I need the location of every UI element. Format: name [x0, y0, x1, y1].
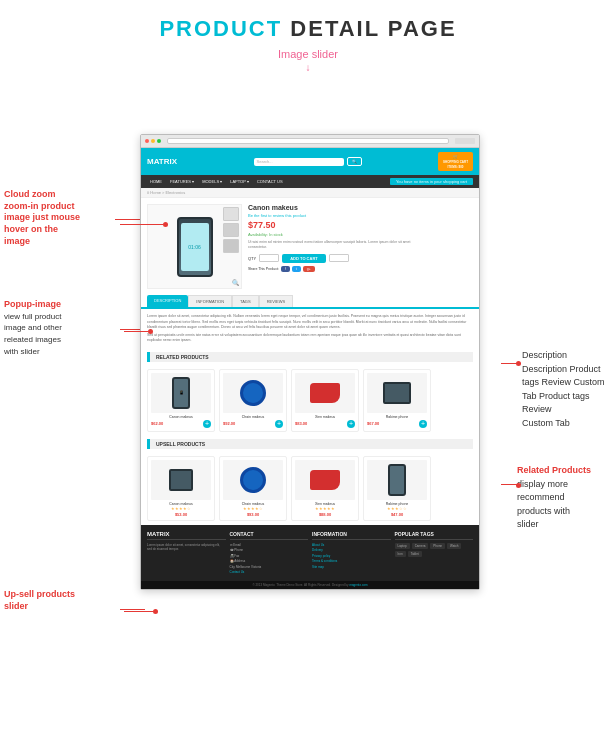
related-products-title: RELATED PRODUCTS: [147, 352, 473, 362]
related-card-3-price: $83.00: [295, 421, 307, 426]
annotation-popup: Popup-image view full productimage and o…: [4, 299, 124, 357]
gplus-share-btn[interactable]: g+: [303, 266, 315, 272]
qty-input[interactable]: [259, 254, 279, 262]
footer-terms-link[interactable]: Terms & conditions: [312, 559, 337, 563]
footer-col-1-text: Lorem ipsum dolor sit amet, consectetur …: [147, 543, 226, 552]
footer-col-2-title: CONTACT: [230, 531, 309, 540]
browser-close-dot: [145, 139, 149, 143]
related-card-3-image: [295, 373, 355, 413]
title-accent: PRODUCT: [159, 16, 282, 41]
upsell-card-2-image: [223, 460, 283, 500]
share-label: Share This Product:: [248, 267, 279, 271]
upsell-card-4-stars: ★★★☆☆: [367, 507, 427, 511]
footer-privacy-link[interactable]: Privacy policy: [312, 554, 330, 558]
nav-laptop[interactable]: LAPTOP ▾: [227, 178, 252, 185]
footer-delivery-link[interactable]: Delivery: [312, 548, 323, 552]
tab-content: Lorem ipsum dolor sit amet, consectetur …: [141, 309, 479, 349]
tag-laptop[interactable]: Laptop: [395, 543, 410, 549]
upsell-card-3-image: [295, 460, 355, 500]
tag-camera[interactable]: Camera: [412, 543, 429, 549]
zoom-icon[interactable]: 🔍: [232, 279, 239, 286]
product-thumb-1[interactable]: [223, 207, 239, 221]
footer-col-2-links: ✉ Email ☎ Phone 📠 Fax 🏠 Address City, Me…: [230, 543, 309, 575]
quantity-stepper[interactable]: [329, 254, 349, 262]
product-main-image: 01:06: [177, 217, 213, 277]
nav-models[interactable]: MODELS ▾: [199, 178, 225, 185]
facebook-share-btn[interactable]: f: [281, 266, 290, 272]
search-button[interactable]: 🔍: [347, 157, 362, 166]
related-card-2-add[interactable]: +: [275, 420, 283, 428]
browser-frame: MATRIX Search... 🔍 🛒SHOPPING CARTITEMS: …: [140, 134, 480, 590]
annotation-upsell: Up-sell productsslider: [4, 589, 124, 612]
search-placeholder: Search...: [257, 159, 273, 164]
tab-tags[interactable]: TAGS: [232, 295, 259, 307]
tab-description[interactable]: DESCRIPTION: [147, 295, 188, 307]
nav-contact[interactable]: CONTACT US: [254, 178, 286, 185]
cart-button[interactable]: 🛒SHOPPING CARTITEMS: $00: [438, 152, 473, 171]
upsell-card-2: Chain makeus ★★★★☆ $93.00: [219, 456, 287, 521]
footer-sitemap-link[interactable]: Site map: [312, 565, 324, 569]
related-card-3-add[interactable]: +: [347, 420, 355, 428]
related-card-1-image: 📱: [151, 373, 211, 413]
contact-us-link[interactable]: Contact Us: [230, 570, 245, 574]
upsell-card-2-name: Chain makeus: [223, 502, 283, 506]
related-card-1-price: $62.00: [151, 421, 163, 426]
related-product-card-1: 📱 Canon makeus $62.00 +: [147, 369, 215, 432]
product-availability: Availability: In stock: [248, 232, 473, 237]
tag-iron[interactable]: Iron: [395, 551, 406, 557]
annotation-cloud-zoom: Cloud zoomzoom-in productimage just mous…: [4, 189, 119, 247]
related-product-card-3: Xien makeus $83.00 +: [291, 369, 359, 432]
annotation-related: Related Products display morerecommendpr…: [517, 464, 612, 532]
related-card-1-name: Canon makeus: [151, 415, 211, 419]
product-review-link[interactable]: Be the first to review this product: [248, 213, 473, 218]
nav-home[interactable]: HOME: [147, 178, 165, 185]
tag-phone[interactable]: Phone: [430, 543, 445, 549]
related-card-2-price: $92.00: [223, 421, 235, 426]
related-card-2-image: [223, 373, 283, 413]
footer-col-3-title: INFORMATION: [312, 531, 391, 540]
tab-information[interactable]: INFORMATION: [188, 295, 232, 307]
browser-url-bar[interactable]: [167, 138, 449, 144]
product-image-area[interactable]: 01:06 🔍: [147, 204, 242, 289]
popup-image-dot: [148, 329, 153, 334]
footer-col-1: MATRIX Lorem ipsum dolor sit amet, conse…: [147, 531, 226, 575]
site-nav: HOME FEATURES ▾ MODELS ▾ LAPTOP ▾ CONTAC…: [141, 175, 479, 188]
upsell-dot: [153, 609, 158, 614]
image-slider-label: Image slider: [0, 48, 616, 60]
product-price: $77.50: [248, 220, 473, 230]
related-card-2-bottom: $92.00 +: [223, 420, 283, 428]
page-wrapper: PRODUCT DETAIL PAGE Image slider ↓ Cloud…: [0, 0, 616, 744]
annotation-product-tags: Description Product tags Review Custom T…: [522, 364, 605, 401]
add-to-cart-button[interactable]: ADD TO CART: [282, 254, 325, 263]
product-thumb-3[interactable]: [223, 239, 239, 253]
nav-features[interactable]: FEATURES ▾: [167, 178, 197, 185]
footer-about-link[interactable]: About Us: [312, 543, 324, 547]
upsell-card-3-stars: ★★★★★: [295, 507, 355, 511]
tab-reviews[interactable]: REVIEWS: [259, 295, 293, 307]
product-name: Canon makeus: [248, 204, 473, 211]
popup-connector: [124, 331, 148, 332]
footer-col-1-title: MATRIX: [147, 531, 226, 540]
related-card-4-price: $67.00: [367, 421, 379, 426]
upsell-card-1: Canon makeus ★★★★☆ $53.00: [147, 456, 215, 521]
site-logo: MATRIX: [147, 157, 177, 166]
annotation-description: Description Description Product tags Rev…: [522, 349, 612, 430]
tag-watch[interactable]: Watch: [447, 543, 461, 549]
description-connector: [501, 363, 521, 364]
designer-link[interactable]: magento.com: [349, 583, 367, 587]
browser-bar: [141, 135, 479, 148]
related-card-1-add[interactable]: +: [203, 420, 211, 428]
related-card-4-add[interactable]: +: [419, 420, 427, 428]
tag-tablet[interactable]: Tablet: [408, 551, 422, 557]
footer-col-3-links: About Us Delivery Privacy policy Terms &…: [312, 543, 391, 570]
upsell-card-1-name: Canon makeus: [151, 502, 211, 506]
phone-screen: 01:06: [181, 223, 209, 271]
upsell-card-4-image: [367, 460, 427, 500]
upsell-card-1-image: [151, 460, 211, 500]
upsell-card-3-name: Xien makeus: [295, 502, 355, 506]
twitter-share-btn[interactable]: t: [292, 266, 301, 272]
related-card-3-name: Xien makeus: [295, 415, 355, 419]
product-section: 01:06 🔍 Canon makeus Be the first: [141, 198, 479, 295]
product-thumb-2[interactable]: [223, 223, 239, 237]
nav-cta[interactable]: You have no items in your shopping cart: [390, 178, 473, 185]
